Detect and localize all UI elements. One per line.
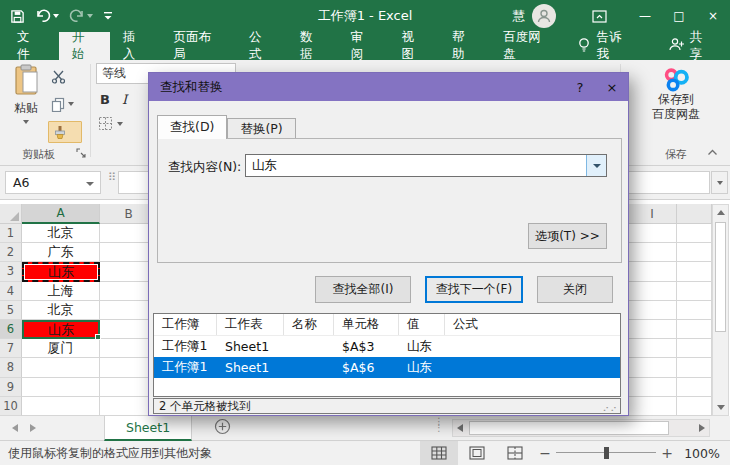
- find-what-combo[interactable]: 山东: [245, 154, 607, 177]
- zoom-out-button[interactable]: −: [534, 445, 556, 461]
- cell-a3-found-highlight[interactable]: 山东: [22, 262, 100, 281]
- dialog-help-button[interactable]: ?: [564, 73, 596, 101]
- result-row-1[interactable]: 工作簿1 Sheet1 $A$3 山东: [154, 336, 620, 357]
- close-dialog-button[interactable]: 关闭: [537, 276, 613, 303]
- sheet-nav-right-icon[interactable]: [30, 424, 36, 432]
- column-header-partial[interactable]: [677, 204, 712, 224]
- tab-view[interactable]: 视图: [389, 32, 440, 60]
- formula-bar-expand-icon[interactable]: [711, 171, 728, 194]
- scroll-left-icon[interactable]: [457, 424, 463, 432]
- select-all-corner[interactable]: [0, 204, 22, 224]
- dialog-titlebar[interactable]: 查找和替换 ? ×: [149, 73, 628, 101]
- row-header-3[interactable]: 3: [0, 262, 22, 281]
- vertical-scrollbar[interactable]: [712, 204, 729, 416]
- zoom-slider[interactable]: [556, 441, 656, 465]
- find-all-button[interactable]: 查找全部(I): [315, 276, 411, 303]
- cell-a6-active-cell[interactable]: 山东: [22, 320, 100, 339]
- results-header-name[interactable]: 名称: [284, 314, 334, 335]
- result-row-2-selected[interactable]: 工作簿1 Sheet1 $A$6 山东: [154, 357, 620, 378]
- cut-button[interactable]: [48, 65, 82, 87]
- cell-a1[interactable]: 北京: [22, 224, 100, 243]
- row-header-4[interactable]: 4: [0, 282, 22, 301]
- share-button[interactable]: 共享: [646, 29, 730, 63]
- borders-dropdown-icon[interactable]: [117, 122, 123, 126]
- dialog-close-button[interactable]: ×: [596, 73, 628, 101]
- scroll-down-icon[interactable]: [717, 405, 725, 410]
- dialog-resize-grip[interactable]: ⡠⡠: [603, 401, 620, 411]
- results-header-workbook[interactable]: 工作簿: [154, 314, 217, 335]
- minimize-button[interactable]: —: [628, 0, 662, 32]
- tab-file[interactable]: 文件: [0, 32, 59, 60]
- vertical-scrollbar-thumb[interactable]: [715, 222, 726, 332]
- collapse-ribbon-icon[interactable]: [707, 144, 718, 159]
- user-avatar[interactable]: [532, 4, 556, 28]
- save-icon[interactable]: [10, 9, 25, 24]
- tab-home[interactable]: 开始: [59, 32, 110, 60]
- copy-dropdown-icon[interactable]: [68, 102, 74, 106]
- row-header-8[interactable]: 8: [0, 358, 22, 377]
- format-painter-button[interactable]: [48, 121, 82, 143]
- zoom-slider-handle[interactable]: [604, 447, 609, 459]
- copy-button[interactable]: [48, 93, 82, 115]
- horizontal-scrollbar-thumb[interactable]: [469, 421, 669, 435]
- tab-baidu-netdisk[interactable]: 百度网盘: [490, 32, 566, 60]
- row-header-10[interactable]: 10: [0, 397, 22, 416]
- row-header-6-selected[interactable]: 6: [0, 320, 22, 339]
- row-header-7[interactable]: 7: [0, 339, 22, 358]
- row-header-1[interactable]: 1: [0, 224, 22, 243]
- results-header-formula[interactable]: 公式: [445, 314, 620, 335]
- paste-button[interactable]: 粘贴: [8, 64, 44, 146]
- scroll-right-icon[interactable]: [699, 424, 705, 432]
- ribbon-display-options-icon[interactable]: [582, 0, 616, 32]
- options-button[interactable]: 选项(T) >>: [528, 223, 607, 249]
- fill-handle[interactable]: [95, 334, 101, 340]
- cell-a2[interactable]: 广东: [22, 243, 100, 262]
- zoom-level[interactable]: 100%: [678, 446, 730, 461]
- name-box[interactable]: A6: [5, 171, 101, 194]
- borders-button[interactable]: [98, 116, 123, 131]
- close-button[interactable]: ×: [696, 0, 730, 32]
- cell-a5[interactable]: 北京: [22, 301, 100, 320]
- italic-button[interactable]: I: [122, 92, 127, 107]
- tab-review[interactable]: 审阅: [338, 32, 389, 60]
- cell-a4[interactable]: 上海: [22, 282, 100, 301]
- tab-data[interactable]: 数据: [287, 32, 338, 60]
- find-next-button[interactable]: 查找下一个(F): [425, 276, 523, 303]
- row-header-9[interactable]: 9: [0, 378, 22, 397]
- page-layout-view-button[interactable]: [458, 441, 496, 465]
- save-to-baidu-button[interactable]: 保存到 百度网盘: [622, 66, 730, 122]
- sheet-tab-sheet1[interactable]: Sheet1: [104, 416, 192, 441]
- column-header-a[interactable]: A: [22, 204, 100, 224]
- zoom-in-button[interactable]: +: [656, 445, 678, 461]
- page-break-view-button[interactable]: [496, 441, 534, 465]
- redo-dropdown-icon[interactable]: [87, 14, 93, 18]
- dialog-tab-find[interactable]: 查找(D): [157, 115, 227, 139]
- horizontal-scrollbar[interactable]: [452, 419, 710, 437]
- dialog-tab-replace[interactable]: 替换(P): [227, 118, 295, 139]
- customize-quick-access-button[interactable]: [103, 10, 113, 22]
- undo-dropdown-icon[interactable]: [53, 14, 59, 18]
- tell-me-box[interactable]: 告诉我: [566, 29, 646, 63]
- sheet-nav-left-icon[interactable]: [12, 424, 18, 432]
- cell-a9[interactable]: [22, 378, 100, 397]
- name-box-dropdown-icon[interactable]: [86, 182, 94, 186]
- row-header-2[interactable]: 2: [0, 243, 22, 262]
- results-header-sheet[interactable]: 工作表: [217, 314, 284, 335]
- cell-a10[interactable]: [22, 397, 100, 416]
- tab-insert[interactable]: 插入: [110, 32, 161, 60]
- new-sheet-icon[interactable]: [214, 418, 231, 438]
- results-header-value[interactable]: 值: [399, 314, 445, 335]
- bold-button[interactable]: B: [100, 92, 110, 107]
- find-combo-dropdown-icon[interactable]: [586, 155, 606, 176]
- clipboard-dialog-launcher-icon[interactable]: [76, 146, 86, 161]
- formula-bar-splitter[interactable]: ⠿: [108, 174, 116, 182]
- results-header-cell[interactable]: 单元格: [334, 314, 399, 335]
- redo-button[interactable]: [69, 9, 93, 23]
- tab-help[interactable]: 帮助: [439, 32, 490, 60]
- maximize-button[interactable]: □: [662, 0, 696, 32]
- normal-view-button[interactable]: [420, 441, 458, 465]
- cell-a8[interactable]: [22, 358, 100, 377]
- column-header-i[interactable]: I: [628, 204, 677, 224]
- tab-formulas[interactable]: 公式: [236, 32, 287, 60]
- scroll-up-icon[interactable]: [717, 210, 725, 215]
